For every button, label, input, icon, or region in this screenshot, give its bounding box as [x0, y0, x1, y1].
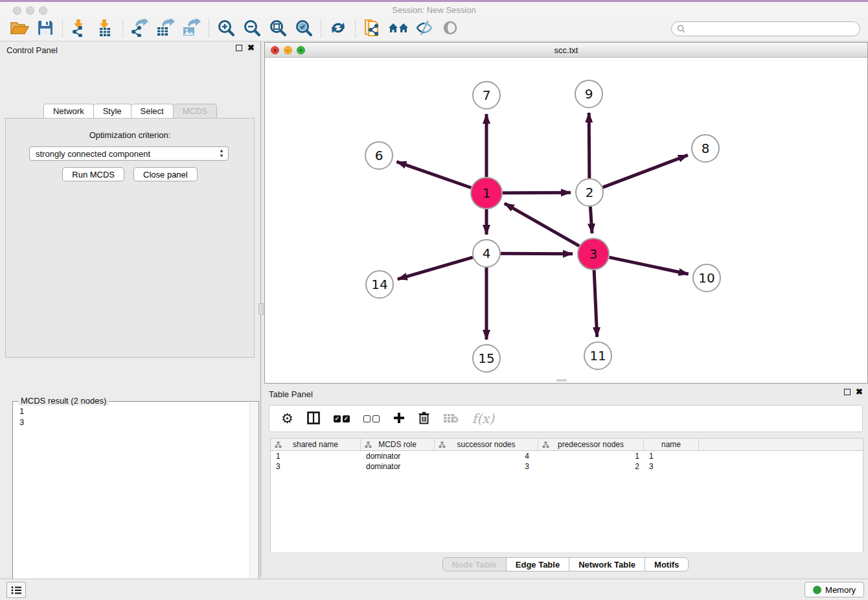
node-1[interactable]: 1: [471, 178, 502, 209]
show-graphics-details-button[interactable]: [437, 19, 463, 40]
edge-3-10[interactable]: [609, 257, 688, 274]
first-neighbors-button[interactable]: [385, 19, 411, 40]
canvas-resize-grip[interactable]: [556, 379, 567, 382]
table-row[interactable]: 3dominator323: [271, 461, 863, 472]
import-network-button[interactable]: [67, 19, 93, 40]
task-history-button[interactable]: [6, 582, 26, 598]
show-columns-button[interactable]: [307, 410, 320, 427]
zoom-in-button[interactable]: [213, 19, 239, 40]
table-cell[interactable]: 3: [435, 461, 538, 472]
column-header-name[interactable]: name: [644, 439, 699, 450]
column-header-predecessor-nodes[interactable]: predecessor nodes: [538, 439, 644, 450]
node-11[interactable]: 11: [584, 342, 611, 369]
network-canvas[interactable]: 7968124314101511: [265, 58, 867, 383]
zoom-out-button[interactable]: [239, 19, 265, 40]
node-4[interactable]: 4: [473, 240, 500, 267]
table-cell[interactable]: 4: [435, 451, 538, 461]
app-titlebar: Session: New Session: [0, 0, 868, 17]
network-window-titlebar[interactable]: ✕ − + scc.txt: [265, 43, 867, 58]
search-input[interactable]: [685, 23, 860, 35]
hide-selected-button[interactable]: [411, 19, 437, 40]
node-6[interactable]: 6: [365, 142, 393, 169]
export-network-button[interactable]: [127, 19, 153, 40]
node-7[interactable]: 7: [473, 82, 500, 109]
result-scrollbar[interactable]: [249, 402, 258, 600]
tab-mcds[interactable]: MCDS: [173, 104, 217, 118]
edge-1-6[interactable]: [396, 162, 471, 188]
edge-2-9[interactable]: [589, 113, 589, 178]
zoom-selected-button[interactable]: [291, 19, 317, 40]
refresh-layout-button[interactable]: [325, 19, 351, 40]
delete-column-button[interactable]: [418, 410, 429, 427]
export-table-button[interactable]: [153, 19, 179, 40]
edge-4-3[interactable]: [501, 253, 573, 254]
edge-2-3[interactable]: [590, 207, 592, 233]
node-10[interactable]: 10: [693, 264, 720, 292]
export-image-button[interactable]: [179, 19, 205, 40]
edge-1-2[interactable]: [503, 192, 571, 193]
table-row[interactable]: 1dominator411: [271, 451, 863, 461]
splitter-handle[interactable]: [258, 303, 264, 315]
table-cell[interactable]: dominator: [361, 451, 435, 461]
new-column-button[interactable]: [393, 410, 405, 427]
zoom-fit-button[interactable]: [265, 19, 291, 40]
node-3[interactable]: 3: [578, 238, 609, 270]
close-table-panel-icon[interactable]: ✖: [856, 389, 863, 395]
zoom-fit-icon: [268, 19, 288, 39]
close-panel-button[interactable]: Close panel: [133, 167, 198, 181]
node-table: shared nameMCDS rolesuccessor nodesprede…: [270, 438, 863, 552]
open-session-button[interactable]: [6, 19, 32, 40]
table-cell[interactable]: 3: [271, 461, 361, 472]
tab-network[interactable]: Network: [43, 104, 94, 118]
import-table-button[interactable]: [93, 19, 119, 40]
memory-button[interactable]: Memory: [805, 582, 864, 597]
network-clone-button[interactable]: [360, 19, 385, 40]
run-mcds-button[interactable]: Run MCDS: [62, 167, 124, 181]
network-graph[interactable]: 7968124314101511: [265, 58, 867, 383]
edge-4-14[interactable]: [398, 257, 473, 279]
edge-2-8[interactable]: [603, 155, 688, 187]
node-14[interactable]: 14: [366, 271, 393, 298]
deselect-all-checkbox-button[interactable]: [363, 410, 380, 427]
table-cell[interactable]: 1: [538, 451, 644, 461]
tab-select[interactable]: Select: [131, 104, 174, 118]
search-box[interactable]: [671, 21, 860, 36]
node-label-10: 10: [698, 270, 714, 286]
select-all-checkbox-button[interactable]: ✓✓: [334, 410, 350, 427]
float-panel-icon[interactable]: [236, 45, 242, 51]
mcds-result-text[interactable]: 1 3: [16, 404, 248, 600]
node-15[interactable]: 15: [473, 345, 500, 372]
node-8[interactable]: 8: [692, 135, 719, 162]
save-session-icon: [37, 19, 54, 38]
toolbar-separator: [321, 20, 321, 38]
main-toolbar: [0, 17, 868, 41]
column-header-shared-name[interactable]: shared name: [271, 439, 361, 450]
tab-edge-table[interactable]: Edge Table: [506, 557, 569, 571]
column-header-successor-nodes[interactable]: successor nodes: [435, 439, 538, 450]
table-cell[interactable]: dominator: [361, 461, 435, 472]
close-panel-icon[interactable]: ✖: [247, 45, 255, 51]
status-bar: Memory: [0, 579, 868, 600]
criterion-dropdown[interactable]: strongly connected component ▲▼: [29, 146, 229, 161]
table-cell[interactable]: 2: [538, 461, 644, 472]
column-header-MCDS-role[interactable]: MCDS role: [361, 439, 435, 450]
tab-network-table[interactable]: Network Table: [569, 557, 645, 571]
float-table-panel-icon[interactable]: [844, 389, 851, 395]
tab-style[interactable]: Style: [93, 104, 131, 118]
table-cell[interactable]: 3: [644, 461, 699, 472]
tab-motifs[interactable]: Motifs: [645, 557, 689, 571]
table-mode-gear-button[interactable]: ⚙: [281, 410, 293, 427]
mcds-result-box: MCDS result (2 nodes) 1 3: [12, 401, 259, 600]
tab-node-table[interactable]: Node Table: [442, 557, 507, 571]
memory-status-icon: [813, 586, 821, 594]
toolbar-separator: [209, 20, 209, 38]
node-2[interactable]: 2: [576, 179, 603, 206]
table-cell[interactable]: 1: [644, 451, 699, 461]
edge-3-1[interactable]: [505, 203, 579, 246]
table-cell[interactable]: 1: [271, 451, 361, 461]
node-9[interactable]: 9: [575, 80, 602, 108]
save-session-button[interactable]: [32, 19, 58, 40]
edge-3-11[interactable]: [594, 270, 597, 337]
network-clone-icon: [363, 18, 382, 40]
table-header-row: shared nameMCDS rolesuccessor nodesprede…: [271, 439, 863, 451]
